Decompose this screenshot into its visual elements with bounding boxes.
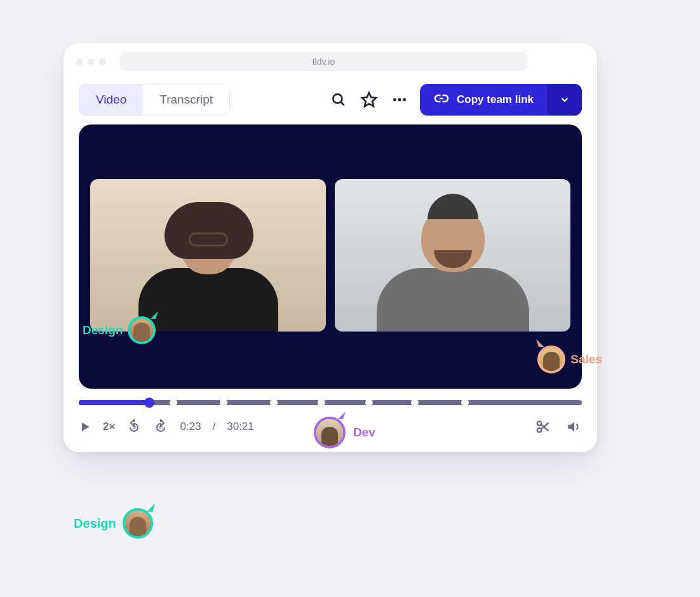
timeline-marker[interactable] (461, 399, 469, 406)
svg-text:10: 10 (132, 426, 137, 429)
copy-team-link-dropdown[interactable] (548, 84, 582, 116)
svg-point-0 (333, 94, 342, 103)
tab-video[interactable]: Video (79, 84, 143, 115)
cursor-design-label: Design (83, 323, 123, 337)
avatar-sales (537, 345, 565, 373)
timeline[interactable] (79, 398, 582, 408)
cursor-dev: Dev (314, 417, 375, 448)
url-text: tldv.io (313, 57, 335, 67)
participant-tile-1 (90, 179, 326, 332)
timeline-marker[interactable] (270, 399, 278, 406)
timeline-progress (79, 400, 149, 405)
link-icon (434, 91, 449, 109)
svg-marker-11 (338, 412, 346, 419)
svg-marker-8 (82, 422, 90, 431)
svg-text:10: 10 (159, 426, 163, 429)
toolbar: Video Transcript Copy team link (64, 77, 597, 124)
cursor-design-floating: Design (74, 508, 153, 539)
timeline-marker[interactable] (170, 399, 177, 406)
svg-marker-7 (536, 339, 544, 347)
svg-line-1 (341, 102, 344, 105)
copy-team-link-main[interactable]: Copy team link (420, 91, 548, 109)
total-time: 30:21 (227, 420, 254, 433)
playback-speed[interactable]: 2× (103, 420, 115, 433)
svg-marker-2 (362, 93, 376, 107)
avatar-dev (314, 417, 346, 448)
cursor-sales: Sales (537, 345, 602, 373)
svg-marker-17 (147, 503, 156, 512)
cursor-design-floating-label: Design (74, 516, 116, 531)
participant-tile-2 (335, 179, 570, 332)
traffic-dot-close[interactable] (76, 58, 83, 65)
copy-team-link-label: Copy team link (457, 93, 534, 106)
timeline-thumb[interactable] (144, 398, 154, 408)
clip-icon[interactable] (535, 419, 551, 435)
tab-transcript-label: Transcript (159, 93, 213, 107)
timeline-marker[interactable] (220, 399, 227, 406)
playback-controls: 2× 10 10 0:23 / 30:21 Dev (79, 414, 582, 439)
tabs-group: Video Transcript (79, 84, 230, 116)
cursor-sales-label: Sales (570, 352, 602, 366)
time-separator: / (212, 420, 215, 433)
volume-icon[interactable] (565, 419, 582, 435)
svg-point-5 (403, 98, 406, 102)
tab-transcript[interactable]: Transcript (143, 84, 229, 115)
timeline-marker[interactable] (318, 399, 325, 406)
browser-window: tldv.io Video Transcript Copy (64, 43, 597, 452)
timeline-marker[interactable] (365, 399, 373, 406)
tab-video-label: Video (96, 93, 126, 107)
svg-point-4 (398, 98, 401, 102)
more-icon[interactable] (389, 90, 410, 110)
svg-marker-6 (151, 311, 158, 319)
search-icon[interactable] (328, 90, 349, 110)
cursor-design: Design (83, 316, 156, 344)
play-icon[interactable] (79, 420, 91, 433)
traffic-lights (76, 58, 106, 65)
svg-point-3 (393, 98, 396, 102)
url-bar[interactable]: tldv.io (120, 52, 527, 71)
traffic-dot-minimize[interactable] (88, 58, 95, 65)
traffic-dot-maximize[interactable] (99, 58, 106, 65)
rewind-10-icon[interactable]: 10 (126, 419, 142, 434)
timeline-marker[interactable] (411, 399, 419, 406)
avatar-design (128, 316, 156, 344)
copy-team-link-button: Copy team link (420, 84, 582, 116)
video-player[interactable]: Design Sales (79, 124, 582, 389)
forward-10-icon[interactable]: 10 (153, 419, 168, 434)
current-time: 0:23 (180, 420, 201, 433)
star-icon[interactable] (359, 90, 379, 110)
cursor-dev-label: Dev (353, 426, 375, 439)
svg-marker-16 (568, 422, 574, 431)
browser-chrome: tldv.io (64, 43, 597, 77)
avatar-design-floating (123, 508, 153, 539)
